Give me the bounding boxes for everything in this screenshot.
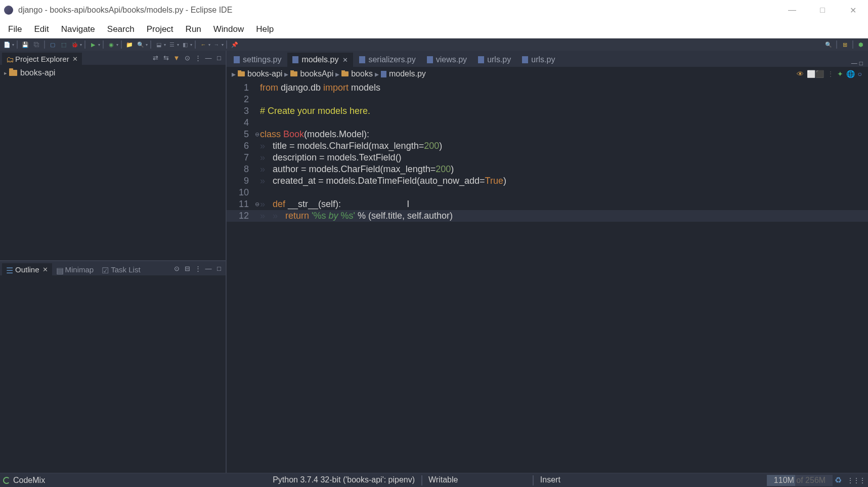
minimize-panel-button[interactable]: — xyxy=(204,54,213,62)
minimize-editor-button[interactable]: — xyxy=(851,60,857,67)
minimap-tab[interactable]: ▤ Minimap xyxy=(52,263,98,275)
code-line[interactable]: 4 xyxy=(227,117,868,129)
fold-marker[interactable] xyxy=(254,140,260,152)
project-explorer-tree[interactable]: ▸ books-api xyxy=(0,65,226,260)
new-button[interactable]: 📄 xyxy=(2,40,12,49)
task-button[interactable]: ☰ xyxy=(167,40,177,49)
menu-edit[interactable]: Edit xyxy=(28,21,55,37)
fold-marker[interactable] xyxy=(254,187,260,198)
search-button[interactable]: 🔍 xyxy=(136,40,146,49)
build-button[interactable]: ⬓ xyxy=(154,40,164,49)
code-line[interactable]: 11⊖» def __str__(self): I xyxy=(227,198,868,210)
menu-window[interactable]: Window xyxy=(207,21,250,37)
menu-search[interactable]: Search xyxy=(101,21,141,37)
breadcrumb-item[interactable]: models.py xyxy=(381,69,426,78)
menu-project[interactable]: Project xyxy=(141,21,180,37)
breadcrumb-item[interactable]: books-api xyxy=(238,69,282,78)
code-line[interactable]: 3# Create your models here. xyxy=(227,105,868,117)
fold-marker[interactable] xyxy=(254,82,260,94)
fold-marker[interactable] xyxy=(254,117,260,129)
save-button[interactable]: 💾 xyxy=(20,40,30,49)
project-explorer-tab[interactable]: 🗂 Project Explorer ✕ xyxy=(2,53,82,65)
save-all-button[interactable]: ⿻ xyxy=(31,40,41,49)
forward-button[interactable]: → xyxy=(211,40,222,49)
menu-file[interactable]: File xyxy=(2,21,28,37)
menu-help[interactable]: Help xyxy=(250,21,280,37)
toggle-icon[interactable]: ⬜⬛ xyxy=(807,70,824,78)
chrome-icon[interactable]: ✦ xyxy=(837,70,843,78)
code-line[interactable]: 2 xyxy=(227,94,868,105)
eye-icon[interactable]: 👁 xyxy=(797,70,804,78)
debug-button[interactable]: 🐞 xyxy=(70,40,80,49)
minimize-button[interactable]: — xyxy=(777,0,807,20)
fold-marker[interactable] xyxy=(254,152,260,164)
tree-root-item[interactable]: ▸ books-api xyxy=(0,67,226,79)
code-line[interactable]: 9» created_at = models.DateTimeField(aut… xyxy=(227,175,868,187)
maximize-button[interactable]: □ xyxy=(807,0,838,20)
breadcrumb-item[interactable]: booksApi xyxy=(290,69,333,78)
close-button[interactable]: ✕ xyxy=(838,0,868,20)
code-line[interactable]: 7» description = models.TextField() xyxy=(227,152,868,164)
collapse-all-button[interactable]: ⇄ xyxy=(151,54,160,62)
menu-run[interactable]: Run xyxy=(180,21,207,37)
chrome2-icon[interactable]: 🌐 xyxy=(846,70,855,78)
close-icon[interactable]: ✕ xyxy=(342,56,348,64)
collapse-button[interactable]: ⊟ xyxy=(183,265,192,272)
fold-marker[interactable]: ⊖ xyxy=(254,198,260,210)
view-menu-button[interactable]: ⋮ xyxy=(193,265,202,272)
code-line[interactable]: 1from django.db import models xyxy=(227,82,868,94)
perspective-open-button[interactable]: ⊞ xyxy=(840,40,850,49)
maximize-editor-button[interactable]: □ xyxy=(859,60,863,67)
circle-icon[interactable]: ○ xyxy=(858,70,862,78)
code-line[interactable]: 5⊖class Book(models.Model): xyxy=(227,129,868,140)
outline-tab[interactable]: ☰ Outline ✕ xyxy=(2,263,52,275)
view-menu-button[interactable]: ⋮ xyxy=(193,54,202,62)
editor-tab-models[interactable]: models.py ✕ xyxy=(287,53,353,67)
tasklist-tab[interactable]: ☑ Task List xyxy=(98,263,144,275)
fold-marker[interactable] xyxy=(254,164,260,175)
editor-tab-urls-2[interactable]: urls.py xyxy=(517,53,560,67)
link-editor-button[interactable]: ⇆ xyxy=(161,54,170,62)
editor-tab-views[interactable]: views.py xyxy=(422,53,472,67)
maximize-panel-button[interactable]: □ xyxy=(214,265,224,272)
pin-button[interactable]: 📌 xyxy=(230,40,240,49)
search-global-button[interactable]: 🔍 xyxy=(823,40,834,49)
editor-tab-urls-1[interactable]: urls.py xyxy=(473,53,516,67)
fold-marker[interactable] xyxy=(254,94,260,105)
close-icon[interactable]: ✕ xyxy=(72,55,78,63)
back-button[interactable]: ← xyxy=(198,40,208,49)
fold-marker[interactable] xyxy=(254,175,260,187)
perspective-button[interactable]: ◧ xyxy=(180,40,190,49)
close-icon[interactable]: ✕ xyxy=(42,266,48,273)
code-line[interactable]: 12» » return '%s by %s' % (self.title, s… xyxy=(227,210,868,222)
editor-tab-serializers[interactable]: serializers.py xyxy=(354,53,420,67)
gc-button[interactable]: ♻ xyxy=(835,475,842,485)
coverage-button[interactable]: ◉ xyxy=(106,40,116,49)
django-perspective-button[interactable]: ⬢ xyxy=(856,40,866,49)
fold-marker[interactable]: ⊖ xyxy=(254,129,260,140)
new-project-button[interactable]: 📁 xyxy=(124,40,135,49)
focus-button[interactable]: ⊙ xyxy=(183,54,192,62)
filter-button[interactable]: ▼ xyxy=(172,54,181,62)
heap-status[interactable]: 110M of 256M xyxy=(767,475,833,486)
stop-button[interactable]: ⬚ xyxy=(59,40,69,49)
python-env-status[interactable]: Python 3.7.4 32-bit ('books-api': pipenv… xyxy=(273,475,415,484)
code-line[interactable]: 10 xyxy=(227,187,868,198)
expand-arrow-icon[interactable]: ▸ xyxy=(4,70,7,76)
terminal-button[interactable]: ▢ xyxy=(48,40,58,49)
codemix-status[interactable]: CodeMix xyxy=(3,476,45,485)
statusbar: CodeMix Python 3.7.4 32-bit ('books-api'… xyxy=(0,473,868,487)
focus-button[interactable]: ⊙ xyxy=(172,265,181,272)
breadcrumb-item[interactable]: books xyxy=(341,69,373,78)
maximize-panel-button[interactable]: □ xyxy=(214,54,224,62)
editor-tab-settings[interactable]: settings.py xyxy=(229,53,286,67)
menu-navigate[interactable]: Navigate xyxy=(55,21,101,37)
fold-marker[interactable] xyxy=(254,105,260,117)
minimize-panel-button[interactable]: — xyxy=(204,265,213,272)
code-line[interactable]: 6» title = models.CharField(max_length=2… xyxy=(227,140,868,152)
code-line[interactable]: 8» author = models.CharField(max_length=… xyxy=(227,164,868,175)
statusbar-menu-button[interactable]: ⋮⋮⋮ xyxy=(847,476,865,484)
code-editor[interactable]: 1from django.db import models23# Create … xyxy=(227,81,868,473)
fold-marker[interactable] xyxy=(254,210,260,222)
run-button[interactable]: ▶ xyxy=(88,40,98,49)
